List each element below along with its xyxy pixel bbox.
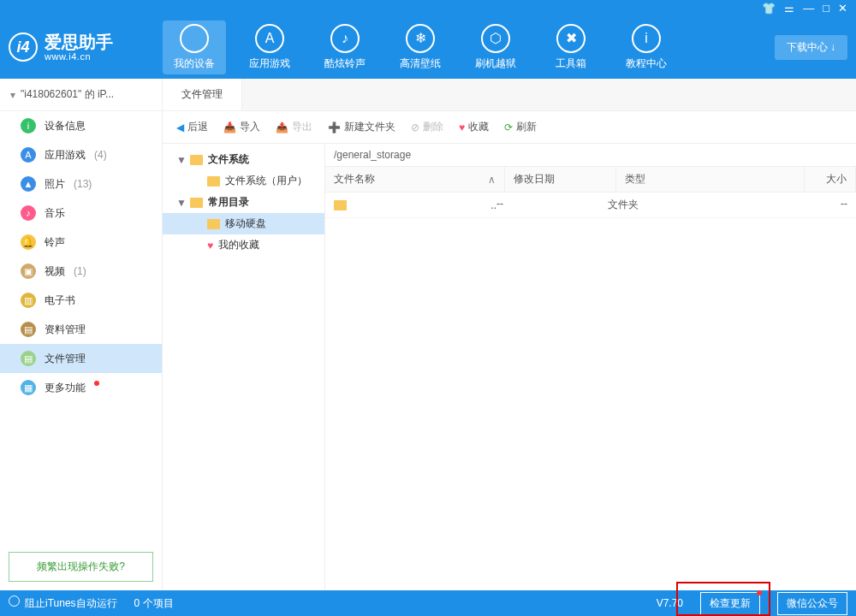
sidebar-label: 文件管理 [45, 352, 86, 366]
sidebar-icon: A [21, 147, 36, 163]
check-update-button[interactable]: 检查更新 [700, 592, 760, 615]
file-name: .. [490, 199, 496, 211]
column-headers[interactable]: 文件名称∧ 修改日期 类型 大小 [325, 167, 856, 192]
download-center-button[interactable]: 下载中心 ↓ [775, 35, 847, 60]
sidebar-item-0[interactable]: i设备信息 [0, 111, 162, 140]
twisty-icon: ▼ [176, 197, 185, 209]
tree-label: 常用目录 [208, 195, 249, 210]
tab-file-manager[interactable]: 文件管理 [163, 79, 242, 110]
chevron-down-icon: ▾ [10, 89, 15, 101]
sidebar-item-9[interactable]: ▦更多功能 [0, 373, 162, 402]
tree-label: 移动硬盘 [225, 216, 266, 231]
sidebar-icon: ▤ [21, 351, 36, 366]
tree-item-1[interactable]: 文件系统（用户） [163, 170, 324, 192]
file-type: 文件夹 [608, 198, 796, 212]
export-button: 📤导出 [276, 120, 312, 134]
folder-icon [207, 219, 220, 229]
favorite-button[interactable]: ♥收藏 [459, 120, 489, 134]
brand-name: 爱思助手 [45, 33, 113, 51]
sidebar-label: 电子书 [45, 293, 75, 308]
sidebar-label: 视频 [45, 264, 65, 279]
file-row[interactable]: ..--文件夹-- [325, 192, 856, 218]
nav-5[interactable]: ✖工具箱 [539, 21, 603, 74]
new-folder-button[interactable]: ➕新建文件夹 [328, 120, 395, 134]
tree-item-0[interactable]: ▼文件系统 [163, 149, 324, 170]
nav-icon: ✖ [556, 24, 586, 53]
nav-6[interactable]: i教程中心 [615, 21, 678, 74]
sidebar-icon: ▥ [21, 293, 36, 308]
logo-badge: i4 [9, 33, 38, 62]
nav-2[interactable]: ♪酷炫铃声 [313, 21, 377, 74]
nav-icon: ♪ [330, 24, 360, 53]
back-button[interactable]: ◀后退 [176, 120, 208, 134]
app-logo: i4 爱思助手 www.i4.cn [9, 33, 163, 62]
import-button[interactable]: 📥导入 [223, 120, 260, 134]
tree-item-2[interactable]: ▼常用目录 [163, 192, 324, 213]
sidebar-item-2[interactable]: ▲照片 (13) [0, 169, 162, 198]
maximize-icon[interactable]: □ [823, 2, 829, 15]
heart-icon: ♥ [207, 240, 213, 252]
nav-4[interactable]: ⬡刷机越狱 [464, 21, 527, 74]
nav-label: 我的设备 [163, 56, 226, 71]
folder-icon [190, 155, 203, 165]
file-size: -- [796, 198, 847, 212]
help-faq-button[interactable]: 频繁出现操作失败? [9, 552, 153, 582]
nav-1[interactable]: A应用游戏 [238, 21, 301, 74]
twisty-icon: ▼ [176, 154, 185, 166]
sidebar-item-3[interactable]: ♪音乐 [0, 198, 162, 228]
sidebar-icon: ▲ [21, 176, 36, 192]
version-label: V7.70 [657, 597, 683, 609]
tree-item-3[interactable]: 移动硬盘 [163, 213, 324, 234]
sidebar-item-7[interactable]: ▤资料管理 [0, 315, 162, 344]
folder-icon [207, 176, 220, 187]
nav-icon: i [632, 24, 661, 53]
folder-icon [190, 198, 203, 208]
sidebar-label: 资料管理 [45, 323, 86, 337]
close-icon[interactable]: ✕ [838, 2, 847, 15]
item-count: 0 个项目 [134, 596, 174, 611]
refresh-button[interactable]: ⟳刷新 [504, 120, 537, 134]
nav-label: 酷炫铃声 [313, 56, 377, 71]
sidebar-item-6[interactable]: ▥电子书 [0, 286, 162, 315]
sidebar-label: 音乐 [45, 206, 65, 221]
nav-0[interactable]: 我的设备 [163, 21, 226, 74]
file-date: -- [496, 198, 608, 212]
mini-icon[interactable]: ⚌ [784, 2, 794, 15]
sidebar-item-1[interactable]: A应用游戏 (4) [0, 140, 162, 169]
nav-label: 应用游戏 [238, 56, 301, 71]
nav-icon: ⬡ [481, 24, 510, 53]
sidebar-label: 更多功能 [45, 381, 86, 395]
col-type[interactable]: 类型 [616, 167, 805, 192]
sidebar-count: (13) [74, 178, 92, 190]
sidebar-icon: ▤ [21, 322, 36, 337]
wechat-button[interactable]: 微信公众号 [777, 592, 847, 615]
nav-icon [180, 24, 209, 53]
sidebar-label: 铃声 [45, 235, 65, 250]
notification-dot [94, 381, 99, 386]
sidebar-icon: 🔔 [21, 234, 36, 250]
device-label: "i418062601" 的 iP... [21, 87, 114, 102]
sidebar-item-4[interactable]: 🔔铃声 [0, 228, 162, 257]
nav-label: 高清壁纸 [389, 56, 452, 71]
device-selector[interactable]: ▾ "i418062601" 的 iP... [0, 79, 162, 111]
nav-label: 工具箱 [539, 56, 603, 71]
sidebar-item-8[interactable]: ▤文件管理 [0, 344, 162, 373]
tshirt-icon[interactable]: 👕 [762, 2, 776, 15]
sidebar-icon: ♪ [21, 205, 36, 221]
path-bar[interactable]: /general_storage [325, 144, 856, 167]
sidebar-icon: ▦ [21, 380, 36, 395]
sidebar-label: 照片 [45, 177, 65, 192]
sidebar-label: 设备信息 [45, 119, 86, 133]
tab-bar: 文件管理 [163, 79, 856, 111]
tree-item-4[interactable]: ♥我的收藏 [163, 234, 324, 256]
minimize-icon[interactable]: — [803, 2, 814, 15]
sidebar-item-5[interactable]: ▣视频 (1) [0, 257, 162, 286]
col-date[interactable]: 修改日期 [505, 167, 616, 192]
col-size[interactable]: 大小 [805, 167, 856, 192]
nav-icon: ❄ [406, 24, 435, 53]
col-name[interactable]: 文件名称 [334, 172, 375, 187]
sort-asc-icon[interactable]: ∧ [488, 174, 496, 186]
nav-icon: A [255, 24, 284, 53]
nav-3[interactable]: ❄高清壁纸 [389, 21, 452, 74]
block-itunes-toggle[interactable]: 阻止iTunes自动运行 [9, 595, 117, 611]
